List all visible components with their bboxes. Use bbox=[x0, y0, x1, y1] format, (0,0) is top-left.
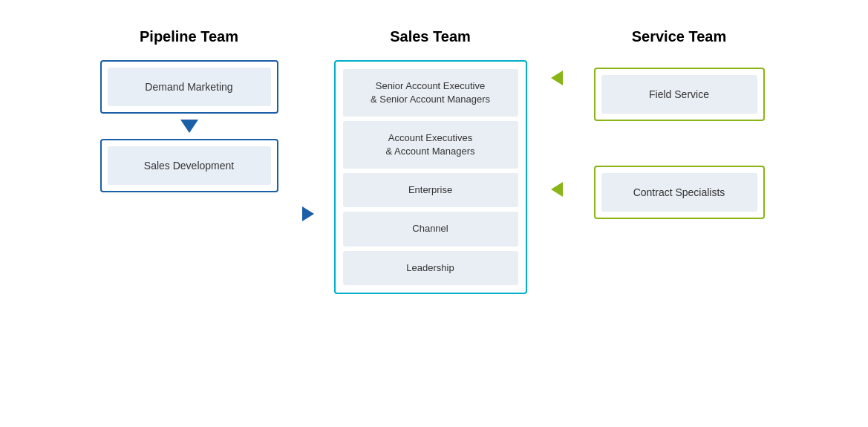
pipeline-title: Pipeline Team bbox=[140, 28, 238, 45]
sales-development-box: Sales Development bbox=[100, 139, 278, 192]
sales-title: Sales Team bbox=[390, 28, 471, 45]
demand-marketing-label: Demand Marketing bbox=[108, 68, 271, 106]
field-service-box: Field Service bbox=[594, 68, 765, 121]
left-arrow-green-bottom-icon bbox=[551, 182, 563, 197]
sales-to-service-connectors bbox=[535, 71, 579, 197]
contract-specialists-label: Contract Specialists bbox=[601, 173, 757, 212]
pipeline-boxes: Demand Marketing Sales Development bbox=[100, 60, 278, 192]
down-arrow-icon bbox=[180, 120, 198, 133]
service-boxes: Field Service Contract Specialists bbox=[594, 68, 765, 219]
sales-section: Sales Team Senior Account Executive& Sen… bbox=[327, 28, 535, 294]
sales-development-label: Sales Development bbox=[108, 146, 271, 185]
service-section: Service Team Field Service Contract Spec… bbox=[587, 28, 772, 219]
demand-marketing-box: Demand Marketing bbox=[100, 60, 278, 114]
pipeline-to-sales-connector bbox=[290, 206, 327, 221]
org-diagram: Pipeline Team Demand Marketing Sales Dev… bbox=[26, 13, 843, 414]
sales-item-leadership: Leadership bbox=[343, 251, 518, 285]
sales-outer-box: Senior Account Executive& Senior Account… bbox=[334, 60, 527, 294]
contract-specialists-box: Contract Specialists bbox=[594, 166, 765, 219]
right-arrow-icon bbox=[302, 206, 314, 221]
sales-item-channel: Channel bbox=[343, 212, 518, 246]
sales-item-enterprise: Enterprise bbox=[343, 173, 518, 207]
sales-item-ae: Account Executives& Account Managers bbox=[343, 121, 518, 169]
left-arrow-green-top-icon bbox=[551, 71, 563, 85]
service-title: Service Team bbox=[632, 28, 727, 45]
pipeline-section: Pipeline Team Demand Marketing Sales Dev… bbox=[97, 28, 282, 192]
sales-item-senior: Senior Account Executive& Senior Account… bbox=[343, 69, 518, 117]
field-service-label: Field Service bbox=[601, 75, 757, 114]
